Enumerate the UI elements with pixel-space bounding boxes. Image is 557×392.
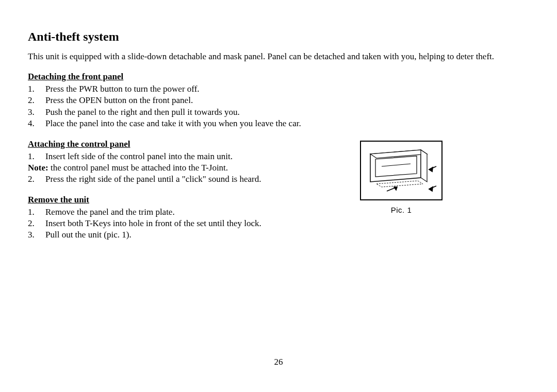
list-item: 2. Press the OPEN button on the front pa… [28, 95, 531, 106]
step-number: 1. [28, 83, 39, 95]
section-attaching: Attaching the control panel 1. Insert le… [28, 139, 348, 185]
step-text: Push the panel to the right and then pul… [39, 107, 240, 118]
intro-paragraph: This unit is equipped with a slide-down … [28, 51, 531, 62]
step-text: Insert left side of the control panel in… [39, 151, 233, 162]
note-text: the control panel must be attached into … [48, 163, 228, 173]
list-item: 4. Place the panel into the case and tak… [28, 118, 531, 129]
svg-marker-10 [429, 187, 433, 191]
list-item: 2. Insert both T-Keys into hole in front… [28, 218, 348, 229]
step-number: 2. [28, 218, 39, 229]
list-item: 2. Press the right side of the panel unt… [28, 174, 348, 185]
list-item: 1. Remove the panel and the trim plate. [28, 207, 348, 218]
remove-steps-list: 1. Remove the panel and the trim plate. … [28, 207, 348, 241]
car-stereo-icon [361, 142, 441, 199]
list-item: 1. Press the PWR button to turn the powe… [28, 83, 531, 95]
note-label: Note: [28, 163, 48, 173]
left-column: Attaching the control panel 1. Insert le… [28, 139, 348, 250]
page-number: 26 [0, 357, 557, 367]
section-detaching: Detaching the front panel 1. Press the P… [28, 71, 531, 129]
step-text: Press the OPEN button on the front panel… [39, 95, 193, 106]
step-number: 2. [28, 174, 39, 185]
step-text: Pull out the unit (pic. 1). [39, 229, 132, 241]
step-text: Place the panel into the case and take i… [39, 118, 301, 129]
step-number: 4. [28, 118, 39, 129]
list-item: 3. Push the panel to the right and then … [28, 107, 531, 118]
list-item: 1. Insert left side of the control panel… [28, 151, 348, 162]
step-number: 2. [28, 95, 39, 106]
attach-steps-list-cont: 2. Press the right side of the panel unt… [28, 174, 348, 185]
attach-note: Note: the control panel must be attached… [28, 162, 348, 174]
step-number: 3. [28, 229, 39, 241]
manual-page: Anti-theft system This unit is equipped … [0, 0, 557, 392]
section-remove: Remove the unit 1. Remove the panel and … [28, 194, 348, 241]
svg-marker-2 [421, 150, 427, 182]
step-text: Press the right side of the panel until … [39, 174, 261, 185]
content-columns: Attaching the control panel 1. Insert le… [28, 139, 531, 250]
attach-steps-list: 1. Insert left side of the control panel… [28, 151, 348, 162]
step-text: Insert both T-Keys into hole in front of… [39, 218, 261, 229]
right-column: Pic. 1 [360, 139, 443, 214]
step-text: Remove the panel and the trim plate. [39, 207, 175, 218]
detach-steps-list: 1. Press the PWR button to turn the powe… [28, 83, 531, 129]
section-heading-remove: Remove the unit [28, 194, 348, 206]
step-number: 3. [28, 107, 39, 118]
list-item: 3. Pull out the unit (pic. 1). [28, 229, 348, 241]
step-text: Press the PWR button to turn the power o… [39, 83, 200, 95]
figure-caption: Pic. 1 [360, 206, 443, 214]
page-title: Anti-theft system [28, 30, 531, 44]
svg-marker-6 [394, 187, 397, 190]
figure-pic-1 [360, 141, 443, 200]
step-number: 1. [28, 207, 39, 218]
section-heading-detaching: Detaching the front panel [28, 71, 531, 82]
section-heading-attaching: Attaching the control panel [28, 139, 348, 150]
step-number: 1. [28, 151, 39, 162]
svg-marker-8 [429, 167, 433, 172]
